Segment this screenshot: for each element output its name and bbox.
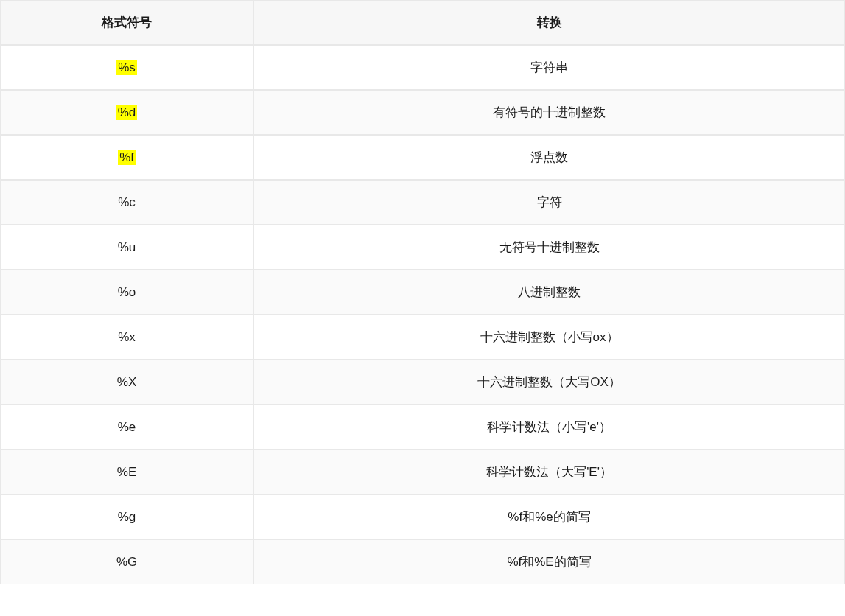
symbol-cell: %e [0, 405, 253, 449]
desc-cell: 八进制整数 [253, 270, 845, 315]
table-row: %f 浮点数 [0, 135, 845, 180]
desc-cell: 科学计数法（大写'E'） [253, 449, 845, 494]
desc-cell: 十六进制整数（大写OX） [253, 360, 845, 405]
table-row: %e 科学计数法（小写'e'） [0, 405, 845, 449]
table-row: %X 十六进制整数（大写OX） [0, 360, 845, 405]
symbol-cell: %d [0, 90, 253, 135]
desc-cell: 科学计数法（小写'e'） [253, 405, 845, 449]
desc-cell: %f和%e的简写 [253, 494, 845, 539]
desc-cell: 十六进制整数（小写ox） [253, 315, 845, 360]
desc-cell: 有符号的十进制整数 [253, 90, 845, 135]
symbol-text: %g [118, 510, 136, 524]
table-row: %g %f和%e的简写 [0, 494, 845, 539]
symbol-text: %f [118, 150, 136, 165]
table-body: %s 字符串 %d 有符号的十进制整数 %f 浮点数 %c 字符 %u 无符号十… [0, 45, 845, 584]
table-row: %E 科学计数法（大写'E'） [0, 449, 845, 494]
symbol-text: %u [118, 240, 136, 254]
format-specifier-table: 格式符号 转换 %s 字符串 %d 有符号的十进制整数 %f 浮点数 %c 字符… [0, 0, 845, 584]
symbol-text: %o [118, 285, 136, 299]
table-row: %u 无符号十进制整数 [0, 225, 845, 270]
table-row: %o 八进制整数 [0, 270, 845, 315]
header-symbol: 格式符号 [0, 0, 253, 45]
table-row: %d 有符号的十进制整数 [0, 90, 845, 135]
symbol-cell: %u [0, 225, 253, 270]
header-conversion: 转换 [253, 0, 845, 45]
symbol-text: %G [116, 555, 137, 569]
symbol-cell: %X [0, 360, 253, 405]
symbol-text: %s [116, 60, 137, 75]
symbol-text: %e [118, 420, 136, 434]
desc-cell: 无符号十进制整数 [253, 225, 845, 270]
desc-cell: 字符串 [253, 45, 845, 90]
symbol-cell: %x [0, 315, 253, 360]
desc-cell: 字符 [253, 180, 845, 225]
desc-cell: 浮点数 [253, 135, 845, 180]
symbol-cell: %E [0, 449, 253, 494]
symbol-cell: %G [0, 539, 253, 584]
table-row: %s 字符串 [0, 45, 845, 90]
symbol-cell: %c [0, 180, 253, 225]
symbol-text: %X [117, 375, 136, 389]
symbol-cell: %s [0, 45, 253, 90]
table-row: %G %f和%E的简写 [0, 539, 845, 584]
table-row: %c 字符 [0, 180, 845, 225]
symbol-cell: %f [0, 135, 253, 180]
symbol-cell: %o [0, 270, 253, 315]
table-header-row: 格式符号 转换 [0, 0, 845, 45]
symbol-text: %c [118, 195, 136, 209]
symbol-text: %E [117, 465, 136, 479]
symbol-text: %d [116, 105, 138, 120]
symbol-text: %x [118, 330, 136, 344]
table-row: %x 十六进制整数（小写ox） [0, 315, 845, 360]
symbol-cell: %g [0, 494, 253, 539]
desc-cell: %f和%E的简写 [253, 539, 845, 584]
